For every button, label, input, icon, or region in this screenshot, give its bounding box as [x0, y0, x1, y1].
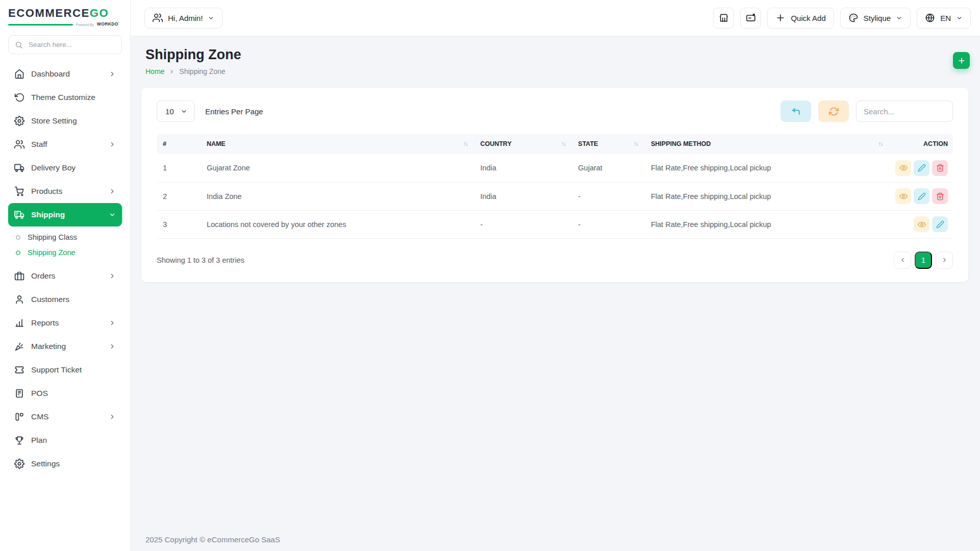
edit-button[interactable]	[914, 160, 929, 176]
table-controls: 10 Entries Per Page	[157, 101, 953, 122]
quick-add-button[interactable]: Quick Add	[767, 8, 834, 29]
language-selector-button[interactable]: EN	[917, 8, 971, 29]
table-search-input[interactable]	[856, 101, 953, 122]
globe-icon	[925, 13, 935, 23]
plus-icon	[958, 57, 966, 65]
entries-per-page-select[interactable]: 10	[157, 101, 194, 122]
email-templates-button[interactable]	[740, 8, 761, 29]
breadcrumb-home-link[interactable]: Home	[145, 67, 164, 76]
next-page-button[interactable]	[936, 252, 953, 269]
sidebar-item-staff[interactable]: Staff	[8, 133, 122, 156]
view-button[interactable]	[895, 160, 911, 176]
column-header-country[interactable]: COUNTRY	[474, 134, 572, 154]
table-footer: Showing 1 to 3 of 3 entries 1	[157, 252, 953, 269]
add-shipping-zone-button[interactable]	[953, 52, 970, 69]
theme-selector-button[interactable]: Stylique	[840, 8, 911, 29]
sidebar-subitem-label: Shipping Class	[28, 233, 77, 241]
delete-button[interactable]	[932, 160, 948, 176]
column-header-shipping-method[interactable]: SHIPPING METHOD	[645, 134, 889, 154]
sidebar-item-pos[interactable]: POS	[8, 382, 122, 405]
sidebar-item-label: Settings	[31, 459, 116, 468]
view-button[interactable]	[914, 216, 929, 232]
pencil-icon	[918, 192, 926, 201]
sidebar-item-orders[interactable]: Orders	[8, 264, 122, 288]
sidebar-item-label: Delivery Boy	[31, 163, 116, 172]
sidebar-item-support-ticket[interactable]: Support Ticket	[8, 358, 122, 382]
storefront-button[interactable]	[713, 8, 734, 29]
current-page-button[interactable]: 1	[915, 252, 932, 269]
sidebar-item-label: Customers	[31, 295, 116, 304]
bar-chart-icon	[14, 318, 24, 328]
entries-summary: Showing 1 to 3 of 3 entries	[157, 256, 244, 264]
users-icon	[153, 13, 163, 23]
eye-icon	[899, 192, 908, 201]
sidebar-item-reports[interactable]: Reports	[8, 311, 122, 335]
cell-country: India	[474, 182, 572, 210]
sidebar-item-label: Store Setting	[31, 116, 116, 126]
cell-country: India	[474, 154, 572, 182]
cell-shipping-method: Flat Rate,Free shipping,Local pickup	[645, 154, 889, 182]
email-icon	[746, 13, 756, 23]
sidebar-item-customers[interactable]: Customers	[8, 288, 122, 311]
sidebar-item-theme-customize[interactable]: Theme Customize	[8, 86, 122, 109]
shipping-submenu: Shipping Class Shipping Zone	[8, 227, 122, 264]
cms-layout-icon	[14, 412, 24, 422]
edit-button[interactable]	[932, 216, 948, 232]
admin-menu-button[interactable]: Hi, Admin!	[144, 8, 223, 29]
table-row: 3 Locations not covered by your other zo…	[157, 210, 953, 238]
sidebar-item-shipping-zone[interactable]: Shipping Zone	[8, 245, 122, 260]
sidebar-item-label: Support Ticket	[31, 365, 116, 374]
row-actions	[895, 216, 948, 232]
sidebar-item-shipping-class[interactable]: Shipping Class	[8, 230, 122, 245]
brand-logo[interactable]: ECOMMERCEGO Powered By WORKDO˙	[0, 0, 130, 27]
eye-icon	[918, 220, 926, 229]
briefcase-icon	[14, 271, 24, 281]
sidebar-item-plan[interactable]: Plan	[8, 429, 122, 452]
sidebar-item-delivery-boy[interactable]: Delivery Boy	[8, 156, 122, 180]
page-header: Shipping Zone Home Shipping Zone	[131, 36, 980, 76]
sidebar-item-label: POS	[31, 389, 116, 398]
trophy-icon	[14, 435, 24, 445]
view-button[interactable]	[895, 188, 911, 204]
cell-shipping-method: Flat Rate,Free shipping,Local pickup	[645, 210, 889, 238]
quick-add-label: Quick Add	[791, 14, 825, 22]
sidebar: ECOMMERCEGO Powered By WORKDO˙ Dashboard…	[0, 0, 131, 551]
brand-logo-text: ECOMMERCEGO	[8, 7, 120, 20]
user-icon	[14, 294, 24, 305]
column-header-name[interactable]: NAME	[201, 134, 474, 154]
shopping-cart-icon	[14, 186, 24, 196]
cell-state: Gujarat	[572, 154, 645, 182]
column-header-state[interactable]: STATE	[572, 134, 645, 154]
storefront-icon	[719, 13, 729, 23]
sidebar-search-input[interactable]	[28, 40, 115, 49]
sidebar-item-products[interactable]: Products	[8, 180, 122, 203]
column-header-action: ACTION	[889, 134, 953, 154]
chevron-right-icon	[109, 413, 116, 420]
previous-page-button[interactable]	[894, 252, 911, 269]
refresh-button[interactable]	[818, 101, 849, 122]
eye-icon	[899, 164, 908, 172]
delete-button[interactable]	[932, 188, 948, 204]
search-icon	[15, 41, 23, 49]
sidebar-item-cms[interactable]: CMS	[8, 405, 122, 429]
breadcrumb-chevron-icon	[169, 69, 175, 74]
shipping-truck-icon	[14, 210, 24, 220]
sidebar-item-dashboard[interactable]: Dashboard	[8, 62, 122, 86]
sidebar-item-label: Dashboard	[31, 69, 102, 79]
edit-button[interactable]	[914, 188, 929, 204]
sidebar-item-store-setting[interactable]: Store Setting	[8, 109, 122, 133]
undo-button[interactable]	[780, 101, 811, 122]
palette-icon	[848, 13, 859, 23]
table-row: 2 India Zone India - Flat Rate,Free ship…	[157, 182, 953, 210]
chevron-right-icon	[941, 257, 948, 263]
plus-icon	[775, 13, 786, 23]
table-row: 1 Gujarat Zone India Gujarat Flat Rate,F…	[157, 154, 953, 182]
cell-country: -	[474, 210, 572, 238]
sidebar-item-settings[interactable]: Settings	[8, 452, 122, 475]
cell-state: -	[572, 182, 645, 210]
sidebar-item-marketing[interactable]: Marketing	[8, 335, 122, 358]
table-controls-right	[780, 101, 953, 122]
sidebar-item-shipping[interactable]: Shipping	[8, 203, 122, 227]
chevron-right-icon	[109, 343, 116, 350]
pencil-icon	[936, 220, 944, 229]
